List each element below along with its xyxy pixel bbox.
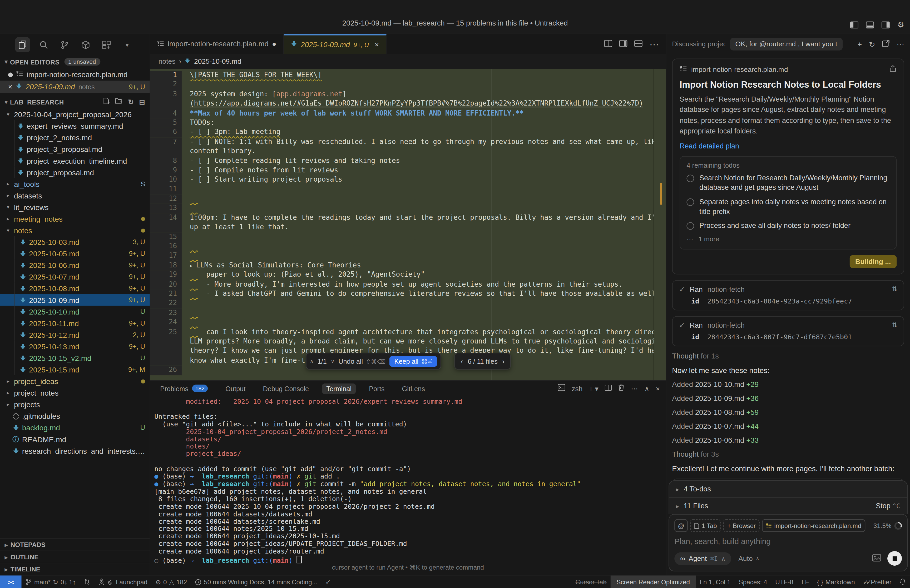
check-status[interactable]: ✓ (321, 578, 335, 586)
git-compare-icon[interactable] (80, 578, 94, 585)
tool-call-card[interactable]: ✓Rannotion-fetch⇅id 28442343-c6a3-807f-9… (672, 316, 904, 346)
split-editor-icon[interactable] (619, 39, 627, 50)
plan-file-chip[interactable]: import-notion-research.plan.md (762, 519, 865, 532)
layout-panel-icon[interactable] (866, 21, 874, 28)
added-file-row[interactable]: Added 2025-10-07.md +44 (672, 422, 904, 430)
formatter-status[interactable]: ✓✓ Prettier (859, 578, 895, 586)
tree-item-2025-10-13.md[interactable]: 2025-10-13.md9+, U (0, 341, 150, 352)
code-line[interactable]: 141:00pm: I have to complete the reading… (150, 213, 654, 223)
tree-item-datasets[interactable]: ▸datasets (0, 190, 150, 201)
code-line[interactable]: 6- [ ] 3pm: Lab meeting (150, 128, 654, 137)
tree-item-lit_reviews[interactable]: ▾lit_reviews (0, 201, 150, 213)
tree-item-2025-10-05.md[interactable]: 2025-10-05.md9+, U (0, 248, 150, 259)
todo-item[interactable]: Separate pages into daily notes vs meeti… (687, 197, 889, 216)
tab-context-chip[interactable]: 1 Tab (690, 519, 721, 532)
timeline-section[interactable]: ▸TIMELINE (0, 563, 150, 575)
close-icon[interactable]: × (8, 82, 12, 91)
tree-item-project_execution_timeline.md[interactable]: project_execution_timeline.md (0, 155, 150, 166)
breadcrumb[interactable]: notes › 2025-10-09.md (150, 54, 666, 69)
todo-item[interactable]: Process and save all daily notes to note… (687, 221, 889, 231)
input-placeholder[interactable]: Plan, search, build anything (674, 537, 902, 546)
tree-item-meeting_notes[interactable]: ▸meeting_notes (0, 213, 150, 225)
tree-item-expert_reviews_summary.md[interactable]: expert_reviews_summary.md (0, 120, 150, 132)
search-icon[interactable] (36, 37, 51, 52)
layout-sidebar-left-icon[interactable] (850, 21, 859, 28)
toggle-layout-icon[interactable] (634, 39, 642, 50)
launchpad-button[interactable]: Launchpad (94, 578, 151, 585)
tree-item-.gitmodules[interactable]: .gitmodules (0, 410, 150, 422)
tree-item-2025-10-09.md[interactable]: 2025-10-09.md9+, U (0, 294, 150, 305)
code-line[interactable]: 4**Max of 40 hours per week of lab work … (150, 109, 654, 118)
panel-tab-ports[interactable]: Ports (365, 383, 389, 394)
next-file-icon[interactable]: › (502, 358, 504, 365)
tree-item-project_2_notes.md[interactable]: project_2_notes.md (0, 132, 150, 143)
tree-item-2025-10-11.md[interactable]: 2025-10-11.md9+, U (0, 317, 150, 329)
tree-item-README.md[interactable]: README.md (0, 433, 150, 445)
collapse-all-icon[interactable]: ⊟ (139, 98, 145, 106)
outline-section[interactable]: ▸OUTLINE (0, 551, 150, 563)
chevron-down-icon[interactable]: ▾ (120, 37, 134, 52)
split-terminal-icon[interactable] (605, 384, 612, 393)
workspace-header[interactable]: ▾ LAB_RESEARCH ↻ ⊟ (0, 95, 150, 108)
tree-item-project_notes[interactable]: ▸project_notes (0, 387, 150, 399)
panel-tab-gitlens[interactable]: GitLens (398, 383, 429, 394)
code-line[interactable]: 16 (150, 242, 654, 251)
open-changes-icon[interactable] (604, 39, 612, 50)
undo-all-button[interactable]: Undo all⇧⌘⌫ (338, 358, 385, 365)
screen-reader-mode[interactable]: Screen Reader Optimized (611, 575, 696, 588)
code-line[interactable]: 21 - I asked ChatGPT and Gemini to do co… (150, 289, 654, 299)
tree-item-2025-10-04_project_proposal_2026[interactable]: ▾2025-10-04_project_proposal_2026 (0, 108, 150, 120)
breadcrumb-file[interactable]: 2025-10-09.md (194, 57, 241, 66)
plan-card[interactable]: import-notion-research.plan.md Import No… (672, 59, 904, 274)
code-line[interactable]: 23 (150, 309, 654, 318)
code-line[interactable]: LLM prompts? More broadly, a broad claim… (150, 337, 654, 346)
open-editor-item-active[interactable]: × 2025-10-09.md notes 9+, U (0, 81, 150, 93)
tree-item-2025-10-08.md[interactable]: 2025-10-08.md9+, U (0, 283, 150, 294)
code-line[interactable]: 1\[PASTE THE GOALS FOR THE WEEK\] (150, 71, 654, 80)
prev-file-icon[interactable]: ‹ (461, 358, 463, 365)
thought-row[interactable]: Thought for 1s (672, 352, 904, 360)
code-line[interactable]: (https://app.diagrams.net/#G1aEs_DWIoROZ… (150, 99, 654, 109)
tree-item-2025-10-15_v2.md[interactable]: 2025-10-15_v2.mdU (0, 352, 150, 364)
tab-current-file[interactable]: 2025-10-09.md 9+, U × (284, 34, 386, 54)
remote-indicator[interactable]: >< (0, 575, 22, 588)
tree-item-project_3_proposal.md[interactable]: project_3_proposal.md (0, 143, 150, 155)
indentation[interactable]: Spaces: 4 (735, 578, 771, 585)
more-actions-icon[interactable]: ⋯ (897, 40, 904, 48)
terminal[interactable]: modified: 2025-10-04_project_proposal_20… (150, 396, 666, 575)
prev-change-icon[interactable]: ∧ (310, 358, 314, 364)
code-line[interactable]: 8- [ ] Complete reading lit reviews and … (150, 156, 654, 166)
cursor-position[interactable]: Ln 1, Col 1 (696, 578, 735, 585)
added-file-row[interactable]: Added 2025-10-08.md +59 (672, 408, 904, 417)
language-mode[interactable]: { }Markdown (813, 578, 859, 585)
settings-gear-icon[interactable]: ⚙ (897, 20, 904, 29)
panel-tab-debug-console[interactable]: Debug Console (259, 383, 313, 394)
code-line[interactable]: 12 (150, 194, 654, 204)
code-line[interactable]: 19 paper to look up: (Piao et al., 2025)… (150, 271, 654, 280)
code-line[interactable]: 25 can I look into theory-inspired agent… (150, 328, 654, 337)
chat-tab[interactable]: Discussing project (672, 40, 726, 48)
open-in-editor-icon[interactable] (882, 40, 890, 48)
todos-more[interactable]: ⋯1 more (687, 235, 889, 244)
browser-chip[interactable]: + Browser (723, 519, 760, 532)
chat-tab-pill[interactable]: OK, for @router.md , I want you t (730, 38, 842, 50)
code-line[interactable]: 7- [ ] NOTE: 1:1 with Billy was reschedu… (150, 137, 654, 147)
code-line[interactable]: 22 (150, 299, 654, 309)
thought-row[interactable]: Thought for 3s (672, 450, 904, 458)
new-chat-icon[interactable]: + (858, 40, 862, 48)
eol-selector[interactable]: LF (798, 578, 813, 585)
code-line[interactable]: 10- [ ] Start writing project proposals (150, 175, 654, 185)
extensions-icon[interactable] (78, 37, 93, 52)
new-file-icon[interactable] (103, 97, 110, 106)
tree-item-2025-10-12.md[interactable]: 2025-10-12.md2, U (0, 329, 150, 341)
tree-item-project_ideas[interactable]: ▸project_ideas (0, 375, 150, 387)
code-line[interactable]: 32025 system design: [app.diagrams.net] (150, 90, 654, 99)
added-file-row[interactable]: Added 2025-10-10.md +29 (672, 380, 904, 388)
tool-call-card[interactable]: ✓Rannotion-fetch⇅id 28542343-c6a3-804e-9… (672, 280, 904, 310)
next-change-icon[interactable]: ∨ (331, 358, 334, 364)
keep-all-button[interactable]: Keep all⌘⏎ (390, 356, 437, 367)
code-line[interactable]: 2 (150, 80, 654, 90)
tree-item-2025-10-06.md[interactable]: 2025-10-06.md9+, U (0, 259, 150, 271)
refresh-icon[interactable]: ↻ (128, 98, 134, 106)
export-icon[interactable] (889, 65, 897, 74)
